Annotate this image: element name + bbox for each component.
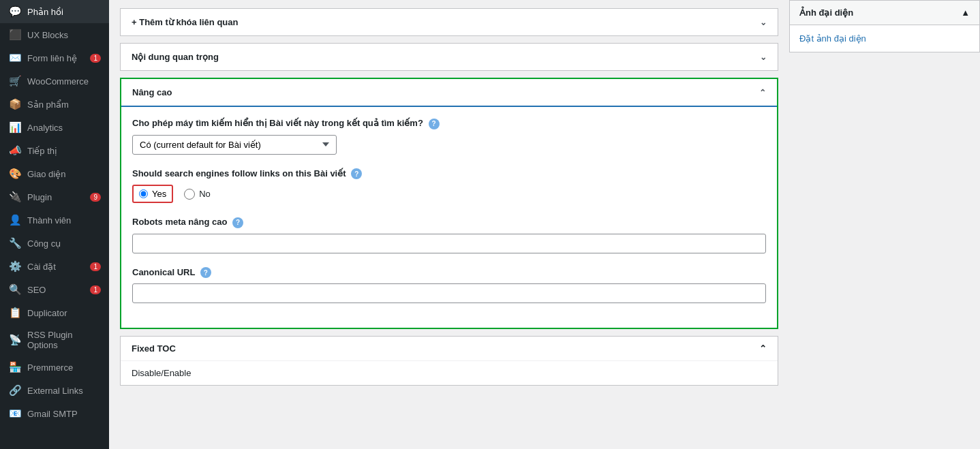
fixed-toc-chevron: ⌃ <box>759 343 767 354</box>
fixed-toc-disable-enable: Disable/Enable <box>132 368 191 378</box>
message-icon: 💬 <box>8 5 22 18</box>
sidebar-item-tiep-thi[interactable]: 📣 Tiếp thị <box>0 139 109 162</box>
advanced-panel-header[interactable]: Nâng cao ⌃ <box>121 79 777 107</box>
canonical-url-label: Canonical URL ? <box>132 267 766 279</box>
sidebar-label: Tiếp thị <box>27 146 57 156</box>
robots-meta-input[interactable] <box>132 234 766 253</box>
rss-icon: 📡 <box>8 334 22 346</box>
product-icon: 📦 <box>8 98 22 110</box>
search-visibility-help-icon[interactable]: ? <box>429 119 440 129</box>
member-icon: 👤 <box>8 214 22 226</box>
sidebar-item-phan-hoi[interactable]: 💬 Phản hồi <box>0 0 109 23</box>
advanced-chevron: ⌃ <box>759 88 766 97</box>
sidebar-item-cong-cu[interactable]: 🔧 Công cụ <box>0 232 109 255</box>
avatar-panel-title: Ảnh đại diện <box>799 7 853 18</box>
gmail-icon: 📧 <box>8 407 22 420</box>
sidebar-item-woocommerce[interactable]: 🛒 WooCommerce <box>0 69 109 93</box>
follow-links-group: Should search engines follow links on th… <box>132 168 766 204</box>
follow-links-no-option[interactable]: No <box>184 189 211 200</box>
sidebar-item-external-links[interactable]: 🔗 External Links <box>0 379 109 402</box>
sidebar-item-form-lien-he[interactable]: ✉️ Form liên hệ 1 <box>0 46 109 69</box>
form-badge: 1 <box>90 54 101 63</box>
follow-links-yes-option[interactable]: Yes <box>132 185 173 203</box>
sidebar-item-giao-dien[interactable]: 🎨 Giao diện <box>0 162 109 185</box>
marketing-icon: 📣 <box>8 144 22 157</box>
sidebar-label: SEO <box>27 285 46 295</box>
search-visibility-label: Cho phép máy tìm kiếm hiển thị Bài viết … <box>132 118 766 129</box>
sidebar-label: Form liên hệ <box>27 53 77 63</box>
sidebar-label: Premmerce <box>27 362 73 373</box>
premmerce-icon: 🏪 <box>8 361 22 373</box>
sidebar-label: UX Blocks <box>27 30 68 40</box>
sidebar-label: Cài đặt <box>27 262 56 272</box>
sidebar-item-ux-blocks[interactable]: ⬛ UX Blocks <box>0 23 109 46</box>
sidebar-label: WooCommerce <box>27 76 89 87</box>
plugin-badge: 9 <box>90 193 101 202</box>
related-keywords-header[interactable]: + Thêm từ khóa liên quan ⌄ <box>121 9 778 35</box>
fixed-toc-body: Disable/Enable <box>121 360 778 385</box>
advanced-panel: Nâng cao ⌃ Cho phép máy tìm kiếm hiển th… <box>120 78 778 329</box>
canonical-url-group: Canonical URL ? <box>132 267 766 304</box>
follow-links-no-radio[interactable] <box>184 189 195 200</box>
sidebar-item-plugin[interactable]: 🔌 Plugin 9 <box>0 185 109 208</box>
advanced-panel-body: Cho phép máy tìm kiếm hiển thị Bài viết … <box>121 107 777 328</box>
blocks-icon: ⬛ <box>8 29 22 41</box>
avatar-collapse-icon: ▲ <box>961 7 970 18</box>
sidebar-label: Giao diện <box>27 169 65 179</box>
avatar-panel: Ảnh đại diện ▲ Đặt ảnh đại diện <box>789 0 980 52</box>
right-sidebar: Ảnh đại diện ▲ Đặt ảnh đại diện <box>789 0 980 449</box>
theme-icon: 🎨 <box>8 168 22 180</box>
sidebar-label: Plugin <box>27 192 52 202</box>
robots-meta-label: Robots meta nâng cao ? <box>132 217 766 228</box>
important-content-title: Nội dung quan trọng <box>132 52 219 62</box>
seo-icon: 🔍 <box>8 283 22 296</box>
robots-meta-group: Robots meta nâng cao ? <box>132 217 766 253</box>
set-avatar-link[interactable]: Đặt ảnh đại diện <box>799 33 866 44</box>
follow-links-no-label: No <box>199 189 211 199</box>
sidebar-item-rss-plugin[interactable]: 📡 RSS Plugin Options <box>0 324 109 356</box>
important-content-chevron: ⌄ <box>760 52 767 62</box>
advanced-panel-title: Nâng cao <box>132 87 172 97</box>
search-visibility-select[interactable]: Có (current default for Bài viết) Không <box>132 135 337 155</box>
sidebar-label: Sản phẩm <box>27 99 69 110</box>
follow-links-radio-group: Yes No <box>132 185 766 203</box>
follow-links-label: Should search engines follow links on th… <box>132 168 766 180</box>
sidebar-item-cai-dat[interactable]: ⚙️ Cài đặt 1 <box>0 255 109 278</box>
sidebar: 💬 Phản hồi ⬛ UX Blocks ✉️ Form liên hệ 1… <box>0 0 109 449</box>
follow-links-yes-label: Yes <box>152 189 166 199</box>
sidebar-item-thanh-vien[interactable]: 👤 Thành viên <box>0 208 109 232</box>
duplicator-icon: 📋 <box>8 307 22 319</box>
canonical-url-help-icon[interactable]: ? <box>200 267 211 278</box>
avatar-panel-header: Ảnh đại diện ▲ <box>790 1 979 25</box>
sidebar-item-seo[interactable]: 🔍 SEO 1 <box>0 278 109 301</box>
fixed-toc-header[interactable]: Fixed TOC ⌃ <box>121 337 778 360</box>
main-content: + Thêm từ khóa liên quan ⌄ Nội dung quan… <box>109 0 789 449</box>
plugin-icon: 🔌 <box>8 191 22 203</box>
related-keywords-panel: + Thêm từ khóa liên quan ⌄ <box>120 8 778 36</box>
fixed-toc-panel: Fixed TOC ⌃ Disable/Enable <box>120 336 778 386</box>
sidebar-label: Duplicator <box>27 308 67 318</box>
related-keywords-title: + Thêm từ khóa liên quan <box>132 17 238 27</box>
sidebar-item-gmail-smtp[interactable]: 📧 Gmail SMTP <box>0 402 109 425</box>
follow-links-yes-radio[interactable] <box>139 189 148 198</box>
related-keywords-chevron: ⌄ <box>760 18 767 27</box>
robots-meta-help-icon[interactable]: ? <box>232 217 243 228</box>
settings-badge: 1 <box>90 262 101 271</box>
analytics-icon: 📊 <box>8 121 22 134</box>
sidebar-item-duplicator[interactable]: 📋 Duplicator <box>0 301 109 324</box>
external-links-icon: 🔗 <box>8 384 22 397</box>
sidebar-item-san-pham[interactable]: 📦 Sản phẩm <box>0 93 109 116</box>
tools-icon: 🔧 <box>8 237 22 249</box>
sidebar-item-analytics[interactable]: 📊 Analytics <box>0 116 109 139</box>
important-content-header[interactable]: Nội dung quan trọng ⌄ <box>121 44 778 70</box>
settings-icon: ⚙️ <box>8 260 22 273</box>
fixed-toc-title: Fixed TOC <box>132 343 176 354</box>
woo-icon: 🛒 <box>8 75 22 87</box>
seo-badge: 1 <box>90 285 101 294</box>
search-visibility-group: Cho phép máy tìm kiếm hiển thị Bài viết … <box>132 118 766 155</box>
canonical-url-input[interactable] <box>132 283 766 303</box>
follow-links-help-icon[interactable]: ? <box>351 168 362 179</box>
sidebar-label: Thành viên <box>27 215 71 226</box>
form-icon: ✉️ <box>8 52 22 64</box>
sidebar-item-premmerce[interactable]: 🏪 Premmerce <box>0 356 109 379</box>
